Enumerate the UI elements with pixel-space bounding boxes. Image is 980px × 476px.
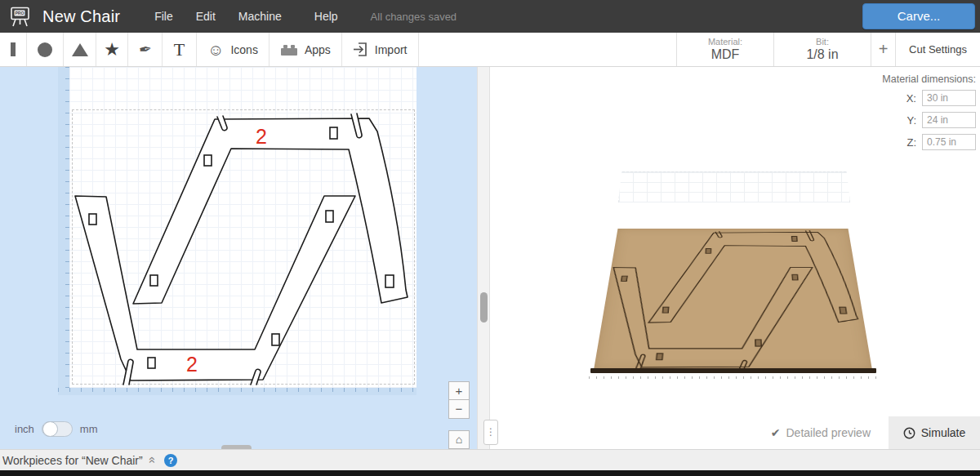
dim-z-label: Z:	[906, 136, 916, 149]
material-dimensions-title: Material dimensions:	[845, 73, 976, 85]
toolbar-right-group: Material: MDF Bit: 1/8 in + Cut Settings	[676, 33, 980, 66]
svg-text:PRO: PRO	[15, 11, 24, 16]
preview-board-wrap[interactable]	[594, 201, 872, 370]
menu-edit[interactable]: Edit	[196, 10, 216, 23]
canvas-scrollbar[interactable]	[477, 67, 490, 449]
project-title[interactable]: New Chair	[42, 7, 120, 26]
workpiece-outline-1[interactable]	[133, 118, 408, 304]
carve-button[interactable]: Carve...	[862, 3, 975, 29]
workpieces-bar[interactable]: Workpieces for “New Chair” « ?	[0, 449, 980, 470]
dim-x-input[interactable]	[922, 90, 976, 106]
smiley-icon: ☺	[207, 42, 224, 58]
triangle-icon	[72, 43, 88, 56]
workpiece-drawing: 2 2	[69, 67, 416, 388]
mortise-slot	[326, 211, 333, 222]
unit-inch-label: inch	[15, 423, 34, 435]
import-label: Import	[375, 43, 408, 56]
detailed-preview-label: Detailed preview	[786, 426, 871, 439]
material-value: MDF	[711, 47, 740, 62]
check-icon: ✔	[771, 426, 781, 439]
material-dimensions-block: Material dimensions: X: Y: Z:	[845, 73, 976, 156]
unit-mm-label: mm	[80, 423, 98, 435]
text-tool-button[interactable]: T	[163, 33, 197, 66]
material-label: Material:	[708, 37, 742, 47]
apps-button[interactable]: Apps	[270, 33, 342, 66]
cut-settings-button[interactable]: Cut Settings	[895, 33, 980, 66]
zoom-in-button[interactable]: +	[448, 381, 470, 400]
simulate-label: Simulate	[921, 426, 965, 439]
menu-help[interactable]: Help	[314, 10, 338, 23]
material-selector[interactable]: Material: MDF	[676, 33, 773, 66]
menu-file[interactable]: File	[154, 10, 173, 23]
preview-board-mdf[interactable]	[594, 229, 872, 370]
pen-icon: ✒	[137, 41, 152, 58]
dimension-row-x: X:	[845, 90, 976, 106]
clock-icon	[903, 427, 915, 439]
workpieces-label: Workpieces for “New Chair”	[2, 454, 143, 467]
design-canvas[interactable]: 2 2	[69, 67, 416, 388]
pen-tool-button[interactable]: ✒	[128, 33, 163, 66]
text-tool-icon: T	[174, 41, 185, 59]
unit-toggle-switch[interactable]	[42, 421, 73, 437]
workspace: 2 2 + − ⌂ inch mm	[0, 67, 980, 449]
help-icon[interactable]: ?	[164, 454, 177, 467]
dimension-row-y: Y:	[845, 112, 976, 128]
bed-ruler-ticks	[589, 376, 880, 380]
apps-label: Apps	[305, 43, 331, 56]
detailed-preview-toggle[interactable]: ✔ Detailed preview	[771, 426, 871, 439]
mortise-slot	[385, 275, 394, 287]
shape-toolbar: ★ ✒ T ☺ Icons Apps Import	[0, 33, 980, 67]
circle-tool-button[interactable]	[27, 33, 64, 66]
dim-z-input[interactable]	[922, 134, 976, 150]
preview-footer: ✔ Detailed preview Simulate	[771, 416, 980, 449]
icons-label: Icons	[230, 43, 257, 56]
easel-pro-logo-icon[interactable]: PRO	[8, 6, 33, 27]
mortise-slot	[148, 358, 155, 368]
preview-3d-panel[interactable]: Material dimensions: X: Y: Z:	[490, 67, 980, 449]
panel-divider-handle[interactable]: ⋮	[483, 420, 498, 445]
ruler-vertical	[58, 67, 69, 388]
star-tool-button[interactable]: ★	[96, 33, 128, 66]
save-status-text: All changes saved	[371, 11, 457, 23]
toggle-knob[interactable]	[42, 421, 58, 437]
zoom-out-button[interactable]: −	[448, 400, 470, 419]
triangle-tool-button[interactable]	[64, 33, 96, 66]
piece-count-label-1: 2	[256, 125, 267, 148]
dim-y-label: Y:	[906, 114, 916, 127]
workpiece-outline-2[interactable]	[75, 196, 355, 380]
bit-selector[interactable]: Bit: 1/8 in	[773, 33, 871, 66]
menu-machine[interactable]: Machine	[238, 10, 282, 23]
simulate-button[interactable]: Simulate	[889, 416, 980, 449]
board-side-edge	[590, 368, 876, 373]
zoom-home-button[interactable]: ⌂	[448, 430, 470, 449]
mortise-slot	[330, 127, 337, 139]
dim-x-label: X:	[906, 92, 916, 105]
add-bit-button[interactable]: +	[871, 33, 895, 66]
icons-tool-button[interactable]: ☺ Icons	[197, 33, 270, 66]
dim-y-input[interactable]	[922, 112, 976, 128]
import-icon	[353, 42, 368, 57]
mortise-slot	[89, 214, 96, 225]
star-icon: ★	[104, 41, 120, 59]
easel-app-window: PRO New Chair File Edit Machine Help All…	[0, 0, 980, 476]
import-button[interactable]: Import	[342, 33, 419, 66]
ruler-horizontal	[58, 388, 416, 395]
collapse-chevrons-icon[interactable]: «	[145, 456, 159, 463]
mortise-slot	[150, 275, 158, 286]
scrollbar-thumb[interactable]	[480, 292, 488, 323]
toolpath-preview	[594, 229, 872, 370]
unit-toggle-group: inch mm	[15, 421, 98, 437]
bottom-edge-bar	[0, 470, 980, 476]
dimension-row-z: Z:	[845, 134, 976, 150]
lego-brick-icon	[280, 43, 298, 56]
circle-icon	[38, 42, 52, 57]
square-icon	[11, 42, 16, 56]
mortise-slot	[272, 334, 279, 345]
square-tool-button[interactable]	[0, 33, 27, 66]
top-bar: PRO New Chair File Edit Machine Help All…	[0, 0, 980, 33]
zoom-controls: + − ⌂	[448, 381, 470, 449]
design-canvas-panel[interactable]: 2 2 + − ⌂ inch mm	[0, 67, 477, 449]
machine-bed-grid	[618, 171, 850, 202]
bit-label: Bit:	[816, 37, 829, 47]
bit-value: 1/8 in	[806, 47, 838, 62]
